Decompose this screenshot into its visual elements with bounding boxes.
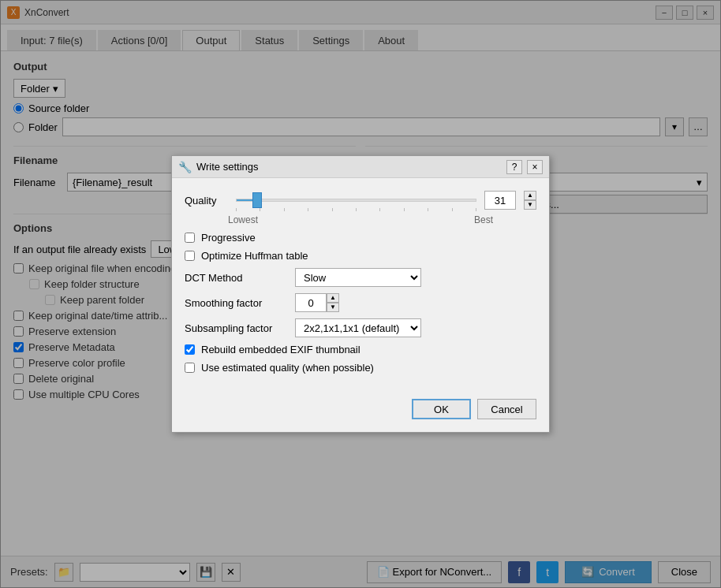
dialog-title: Write settings	[196, 161, 502, 173]
dialog-icon: 🔧	[178, 161, 192, 173]
quality-max-label: Best	[474, 214, 493, 225]
quality-row: Quality	[185, 191, 536, 210]
dialog-cancel-button[interactable]: Cancel	[477, 399, 536, 419]
rebuild-exif-checkbox[interactable]	[185, 344, 195, 355]
rebuild-exif-row: Rebuild embedded EXIF thumbnail	[185, 344, 536, 355]
slider-track	[236, 199, 476, 202]
progressive-checkbox[interactable]	[185, 233, 195, 243]
optimize-huffman-row: Optimize Huffman table	[185, 250, 536, 262]
optimize-huffman-checkbox[interactable]	[185, 251, 195, 261]
dct-row: DCT Method Slow Fast Integer	[185, 268, 536, 287]
dialog-title-bar: 🔧 Write settings ? ×	[172, 156, 549, 178]
smoothing-row: Smoothing factor ▲ ▼	[185, 293, 536, 312]
smoothing-input[interactable]	[295, 293, 327, 312]
dialog-content: Quality	[172, 178, 549, 393]
subsampling-row: Subsampling factor 2x2,1x1,1x1 (default)…	[185, 318, 536, 337]
dct-dropdown[interactable]: Slow Fast Integer	[295, 268, 421, 287]
subsampling-label: Subsampling factor	[185, 322, 295, 334]
smoothing-spinner: ▲ ▼	[295, 293, 339, 312]
modal-overlay: 🔧 Write settings ? × Quality	[0, 0, 721, 588]
quality-decrement-btn[interactable]: ▼	[524, 200, 536, 210]
main-window: X XnConvert − □ × Input: 7 file(s) Actio…	[0, 0, 721, 588]
smoothing-decrement-btn[interactable]: ▼	[327, 303, 339, 312]
dialog-ok-button[interactable]: OK	[412, 399, 471, 419]
use-estimated-label: Use estimated quality (when possible)	[201, 362, 374, 374]
quality-value: 31	[484, 191, 516, 210]
dialog-help-btn[interactable]: ?	[506, 160, 522, 174]
rebuild-exif-label: Rebuild embedded EXIF thumbnail	[201, 344, 360, 355]
quality-range-labels: Lowest Best	[185, 214, 536, 232]
tick-marks	[236, 208, 476, 211]
dialog-footer: OK Cancel	[172, 393, 549, 432]
dct-label: DCT Method	[185, 272, 295, 284]
subsampling-dropdown[interactable]: 2x2,1x1,1x1 (default) 1x1,1x1,1x1 2x1,1x…	[295, 318, 421, 337]
progressive-label: Progressive	[201, 232, 256, 244]
optimize-huffman-label: Optimize Huffman table	[201, 250, 308, 262]
smoothing-spinner-btns: ▲ ▼	[327, 293, 339, 312]
dialog-close-btn[interactable]: ×	[527, 160, 543, 174]
progressive-row: Progressive	[185, 232, 536, 244]
write-settings-dialog: 🔧 Write settings ? × Quality	[171, 155, 550, 433]
quality-increment-btn[interactable]: ▲	[524, 191, 536, 200]
quality-spinner: ▲ ▼	[524, 191, 536, 210]
slider-thumb[interactable]	[252, 192, 262, 208]
use-estimated-row: Use estimated quality (when possible)	[185, 362, 536, 374]
quality-min-label: Lowest	[228, 214, 258, 225]
smoothing-increment-btn[interactable]: ▲	[327, 293, 339, 303]
quality-label: Quality	[185, 195, 228, 207]
quality-slider-wrapper	[236, 191, 476, 210]
use-estimated-checkbox[interactable]	[185, 363, 195, 373]
smoothing-label: Smoothing factor	[185, 297, 295, 309]
